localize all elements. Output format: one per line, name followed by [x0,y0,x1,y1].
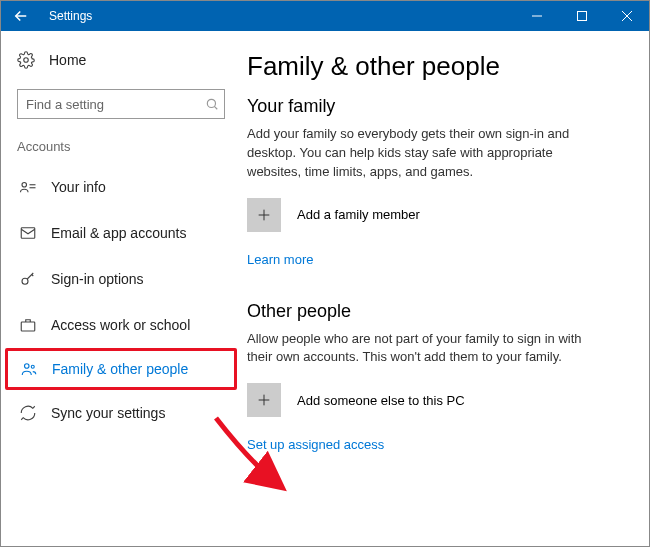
svg-point-5 [207,99,215,107]
close-button[interactable] [604,1,649,31]
search-box [17,89,225,119]
arrow-left-icon [12,7,30,25]
add-someone-label: Add someone else to this PC [297,393,465,408]
plus-button [247,198,281,232]
svg-point-13 [25,364,30,369]
sidebar-item-label: Email & app accounts [51,225,186,241]
sidebar-item-label: Your info [51,179,106,195]
search-input[interactable] [17,89,225,119]
svg-point-14 [31,365,34,368]
window-controls [514,1,649,31]
key-icon [19,270,37,288]
sidebar-item-family[interactable]: Family & other people [5,348,237,390]
other-description: Allow people who are not part of your fa… [247,330,587,368]
back-button[interactable] [1,1,41,31]
sidebar-item-email[interactable]: Email & app accounts [1,210,241,256]
learn-more-link[interactable]: Learn more [247,252,313,267]
sidebar-item-work[interactable]: Access work or school [1,302,241,348]
window-title: Settings [41,9,92,23]
email-icon [19,224,37,242]
search-icon [205,97,219,111]
family-subheading: Your family [247,96,625,117]
sync-icon [19,404,37,422]
home-label: Home [49,52,86,68]
sidebar-item-label: Sync your settings [51,405,165,421]
sidebar-item-label: Access work or school [51,317,190,333]
plus-button [247,383,281,417]
people-icon [20,360,38,378]
page-title: Family & other people [247,51,625,82]
minimize-icon [532,11,542,21]
gear-icon [17,51,35,69]
sidebar-item-signin[interactable]: Sign-in options [1,256,241,302]
family-description: Add your family so everybody gets their … [247,125,587,182]
briefcase-icon [19,316,37,334]
close-icon [622,11,632,21]
svg-point-7 [22,183,27,188]
svg-line-6 [214,106,217,109]
person-card-icon [19,178,37,196]
minimize-button[interactable] [514,1,559,31]
svg-point-4 [24,58,29,63]
plus-icon [256,392,272,408]
svg-point-11 [22,278,28,284]
svg-rect-1 [577,12,586,21]
sidebar-item-label: Family & other people [52,361,188,377]
sidebar-item-your-info[interactable]: Your info [1,164,241,210]
plus-icon [256,207,272,223]
sidebar: Home Accounts Your info Email & app acco… [1,31,241,546]
home-nav[interactable]: Home [1,43,241,77]
add-family-button[interactable]: Add a family member [247,198,625,232]
add-family-label: Add a family member [297,207,420,222]
add-someone-button[interactable]: Add someone else to this PC [247,383,625,417]
sidebar-item-label: Sign-in options [51,271,144,287]
other-subheading: Other people [247,301,625,322]
main-panel: Family & other people Your family Add yo… [241,31,649,546]
svg-rect-10 [21,228,35,239]
assigned-access-link[interactable]: Set up assigned access [247,437,384,452]
section-label: Accounts [1,133,241,164]
svg-rect-12 [21,322,35,331]
titlebar: Settings [1,1,649,31]
maximize-button[interactable] [559,1,604,31]
maximize-icon [577,11,587,21]
sidebar-item-sync[interactable]: Sync your settings [1,390,241,436]
